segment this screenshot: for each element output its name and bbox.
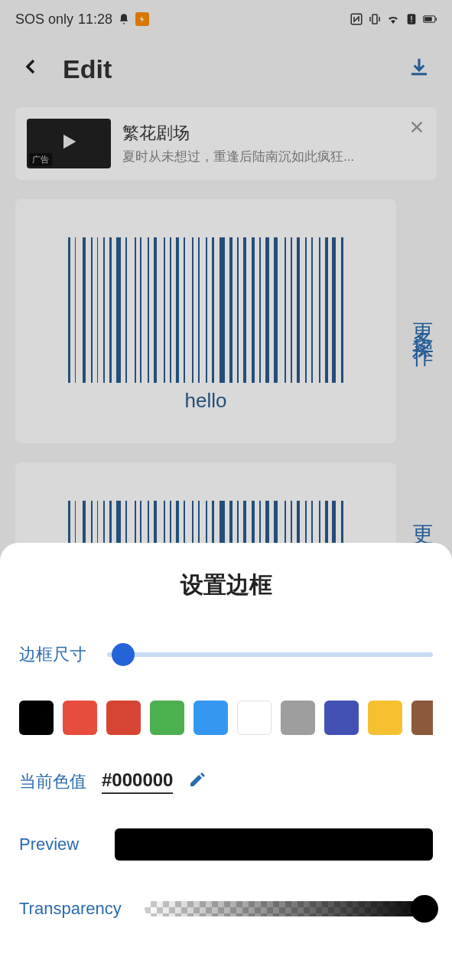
sheet-title: 设置边框 (19, 570, 433, 601)
status-right (350, 12, 437, 26)
close-icon[interactable] (408, 119, 425, 140)
color-swatch-7[interactable] (324, 701, 359, 735)
ad-thumbnail: 广告 (27, 119, 111, 168)
nfc-icon (350, 12, 363, 26)
status-bar: SOS only 11:28 (0, 0, 452, 38)
more-actions-button-2[interactable]: 更 (408, 508, 437, 516)
svg-rect-4 (411, 21, 411, 22)
color-swatch-8[interactable] (368, 701, 402, 735)
ad-title: 繁花剧场 (122, 122, 425, 145)
alert-icon (405, 12, 418, 26)
preview-box (115, 828, 433, 861)
color-value-label: 当前色值 (19, 770, 86, 793)
color-swatch-4[interactable] (193, 701, 228, 735)
download-button[interactable] (408, 56, 431, 82)
color-swatch-0[interactable] (19, 701, 54, 735)
network-status: SOS only (15, 11, 73, 28)
svg-rect-7 (436, 18, 437, 21)
color-swatch-3[interactable] (150, 701, 184, 735)
barcode-image (68, 237, 343, 383)
ad-banner[interactable]: 广告 繁花剧场 夏时从未想过，重逢后陆南沉如此疯狂... (15, 107, 437, 180)
border-size-label: 边框尺寸 (19, 643, 92, 666)
border-size-slider[interactable] (107, 652, 433, 657)
color-swatch-1[interactable] (63, 701, 97, 735)
more-actions-button[interactable]: 更多操作 (408, 306, 437, 337)
ad-subtitle: 夏时从未想过，重逢后陆南沉如此疯狂... (122, 148, 425, 165)
transparency-row: Transparency (19, 899, 433, 919)
header: Edit (0, 38, 452, 100)
color-swatch-9[interactable] (411, 701, 433, 735)
back-button[interactable] (21, 54, 40, 84)
color-swatch-5[interactable] (237, 701, 272, 735)
play-icon (58, 131, 80, 157)
preview-label: Preview (19, 835, 92, 854)
preview-row: Preview (19, 828, 433, 861)
svg-rect-3 (411, 16, 411, 20)
color-swatches (19, 701, 433, 735)
transparency-label: Transparency (19, 899, 122, 919)
barcode-card[interactable]: hello (15, 199, 396, 443)
bell-icon (117, 12, 131, 26)
time: 11:28 (78, 11, 112, 28)
activity-icon (135, 12, 149, 26)
ad-label: 广告 (29, 153, 52, 166)
border-settings-sheet: 设置边框 边框尺寸 当前色值 #000000 Preview Transpare… (0, 543, 452, 980)
slider-thumb[interactable] (112, 643, 135, 666)
color-value-text[interactable]: #000000 (102, 769, 173, 794)
svg-rect-6 (424, 17, 432, 21)
transparency-thumb[interactable] (411, 895, 438, 923)
ad-text: 繁花剧场 夏时从未想过，重逢后陆南沉如此疯狂... (122, 122, 425, 165)
vibrate-icon (368, 12, 382, 26)
svg-rect-1 (372, 15, 377, 24)
content: hello 更多操作 (0, 199, 452, 562)
pencil-icon[interactable] (188, 770, 206, 793)
barcode-item-1: hello 更多操作 (15, 199, 437, 443)
status-left: SOS only 11:28 (15, 11, 149, 28)
border-size-row: 边框尺寸 (19, 643, 433, 666)
barcode-text: hello (185, 389, 227, 413)
color-swatch-2[interactable] (106, 701, 141, 735)
color-value-row: 当前色值 #000000 (19, 769, 433, 794)
color-swatch-6[interactable] (281, 701, 315, 735)
wifi-icon (386, 12, 400, 26)
battery-icon (423, 12, 437, 26)
page-title: Edit (63, 54, 408, 84)
transparency-slider[interactable] (145, 901, 433, 916)
